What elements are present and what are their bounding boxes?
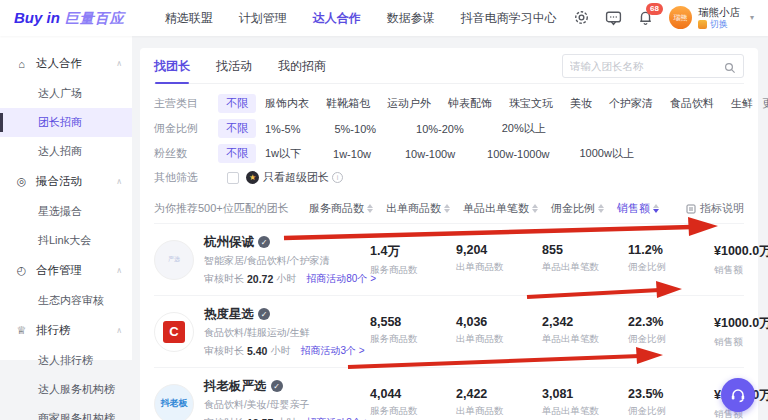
info-icon[interactable]: i [332, 172, 343, 183]
leader-row[interactable]: 抖老板 抖老板严选 ✓ 食品饮料/美妆/母婴亲子 审核时长 12.57 小时 招… [154, 367, 744, 420]
sidebar-group-label: 达人合作 [36, 56, 82, 71]
super-leader-checkbox[interactable] [227, 172, 239, 184]
nav-item-data[interactable]: 数据参谋 [387, 10, 435, 27]
leader-stats: 1.4万服务商品数 9,204出单商品数 855单品出单笔数 11.2%佣金比例… [364, 243, 768, 277]
chevron-down-icon: ▾ [750, 13, 754, 22]
filter-label: 其他筛选 [154, 170, 218, 185]
stat-label: 销售额 [714, 336, 768, 349]
sidebar-item-content-review[interactable]: 生态内容审核 [0, 286, 132, 315]
filter-option[interactable]: 1w-10w [325, 146, 379, 162]
leader-categories: 食品饮料/鞋服运动/生鲜 [204, 326, 364, 340]
filter-option[interactable]: 10w-100w [397, 146, 463, 162]
notification-badge: 68 [646, 3, 663, 15]
filter-option[interactable]: 不限 [218, 144, 256, 163]
leader-info: 抖老板严选 ✓ 食品饮料/美妆/母婴亲子 审核时长 12.57 小时 招商活动8… [204, 378, 364, 420]
filter-option[interactable]: 1000w以上 [571, 144, 641, 163]
filter-option[interactable]: 食品饮料 [662, 94, 722, 113]
filter-option[interactable]: 个护家清 [601, 94, 661, 113]
sidebar-group-coop-manage[interactable]: ◴ 合作管理 ∧ [0, 255, 132, 286]
customer-service-button[interactable] [721, 378, 755, 412]
filter-option[interactable]: 20%以上 [494, 119, 554, 138]
list-header: 为你推荐500+位匹配的团长 服务商品数 出单商品数 单品出单笔数 佣金比例 销… [154, 192, 744, 223]
filter-option[interactable]: 100w-1000w [479, 146, 557, 162]
sidebar-item-talent-rank[interactable]: 达人排行榜 [0, 346, 132, 375]
filter-option[interactable]: 鞋靴箱包 [318, 94, 378, 113]
sidebar-item-talent-recruit[interactable]: 达人招商 [0, 137, 132, 166]
filter-option[interactable]: 钟表配饰 [440, 94, 500, 113]
sidebar-group-rank[interactable]: ♕ 排行榜 ∧ [0, 315, 132, 346]
sidebar-item-talent-plaza[interactable]: 达人广场 [0, 79, 132, 108]
sort-service-products[interactable]: 服务商品数 [309, 201, 373, 216]
cooperation-icon: ◴ [15, 264, 28, 277]
sidebar-item-doulink[interactable]: 抖Link大会 [0, 226, 132, 255]
metric-help-button[interactable]: 指标说明 [686, 201, 744, 216]
filter-option[interactable]: 不限 [218, 119, 256, 138]
leader-categories: 食品饮料/美妆/母婴亲子 [204, 398, 364, 412]
nav-item-learning[interactable]: 抖音电商学习中心 [461, 10, 557, 27]
leader-name[interactable]: 杭州保诚 [204, 234, 254, 251]
filter-row-category: 主营类目 不限 服饰内衣 鞋靴箱包 运动户外 钟表配饰 珠宝文玩 美妆 个护家清… [154, 91, 744, 116]
filter-option[interactable]: 运动户外 [379, 94, 439, 113]
sort-arrows-icon [444, 204, 450, 213]
leader-search-box[interactable] [562, 54, 744, 78]
stat-value: 23.5% [628, 387, 714, 401]
app-logo[interactable]: Buy in 巨量百应 [14, 9, 125, 28]
review-time-label: 审核时长 [204, 272, 244, 286]
filter-option[interactable]: 5%-10% [326, 121, 384, 137]
sidebar-item-talent-agency-rank[interactable]: 达人服务机构榜 [0, 375, 132, 404]
stat-value: 855 [542, 243, 628, 257]
sort-sales[interactable]: 销售额 [617, 201, 659, 216]
leader-name[interactable]: 抖老板严选 [204, 378, 267, 395]
nav-item-talent-coop[interactable]: 达人合作 [313, 10, 361, 27]
filter-option[interactable]: 服饰内衣 [257, 94, 317, 113]
leader-name[interactable]: 热度星选 [204, 306, 254, 323]
more-filters-button[interactable]: 更多 ∨ [762, 96, 768, 111]
filter-option[interactable]: 珠宝文玩 [501, 94, 561, 113]
tab-find-leader[interactable]: 找团长 [154, 48, 190, 84]
filter-option[interactable]: 美妆 [562, 94, 600, 113]
filter-option[interactable]: 不限 [218, 94, 256, 113]
sidebar-group-talent-coop[interactable]: ⌂ 达人合作 ∧ [0, 48, 132, 79]
filter-option[interactable]: 生鲜 [723, 94, 761, 113]
main-nav: 精选联盟 计划管理 达人合作 数据参谋 抖音电商学习中心 [165, 10, 557, 27]
nav-item-plans[interactable]: 计划管理 [239, 10, 287, 27]
search-input[interactable] [570, 60, 724, 72]
recruit-activity-link[interactable]: 招商活动8个 > [306, 416, 370, 420]
sidebar-item-leader-recruit[interactable]: 团长招商 [0, 108, 132, 137]
search-icon [724, 60, 736, 72]
sort-commission[interactable]: 佣金比例 [551, 201, 604, 216]
chevron-up-icon: ∧ [116, 177, 122, 186]
sidebar-item-star-match[interactable]: 星选撮合 [0, 197, 132, 226]
gear-icon[interactable] [573, 9, 590, 26]
sidebar-item-merchant-agency-rank[interactable]: 商家服务机构榜 [0, 404, 132, 420]
verified-badge-icon: ✓ [258, 308, 270, 320]
stat-label: 单品出单笔数 [542, 261, 628, 274]
filter-option[interactable]: 10%-20% [408, 121, 472, 137]
review-hours: 12.57 [247, 417, 273, 420]
sidebar-group-match[interactable]: ◎ 撮合活动 ∧ [0, 166, 132, 197]
stat-value: 4,036 [456, 315, 542, 329]
recommend-title: 为你推荐500+位匹配的团长 [154, 201, 289, 216]
filter-option[interactable]: 1w以下 [257, 144, 309, 163]
user-menu[interactable]: 瑞熊 瑞熊小店 切换 ▾ [669, 6, 754, 29]
bell-icon[interactable]: 68 [637, 9, 654, 26]
leader-row[interactable]: C 热度星选 ✓ 食品饮料/鞋服运动/生鲜 审核时长 5.40 小时 招商活动3… [154, 295, 744, 367]
user-sub[interactable]: 切换 [698, 19, 740, 30]
stat-value: 9,204 [456, 243, 542, 257]
message-icon[interactable] [605, 9, 622, 26]
logo-text-cn: 巨量百应 [65, 10, 125, 28]
sort-order-products[interactable]: 出单商品数 [386, 201, 450, 216]
top-header: Buy in 巨量百应 精选联盟 计划管理 达人合作 数据参谋 抖音电商学习中心 [0, 0, 768, 36]
logo-text-en: Buy in [14, 9, 60, 26]
leader-row[interactable]: 严选 杭州保诚 ✓ 智能家居/食品饮料/个护家清 审核时长 20.72 小时 招… [154, 223, 744, 295]
sidebar-group-label: 撮合活动 [36, 174, 82, 189]
recruit-activity-link[interactable]: 招商活动3个 > [300, 344, 364, 358]
filter-option[interactable]: 1%-5% [257, 121, 308, 137]
tab-find-activity[interactable]: 找活动 [216, 48, 252, 84]
leader-categories: 智能家居/食品饮料/个护家清 [204, 254, 364, 268]
stat-value: 22.3% [628, 315, 714, 329]
nav-item-union[interactable]: 精选联盟 [165, 10, 213, 27]
sort-item-orders[interactable]: 单品出单笔数 [463, 201, 538, 216]
review-unit: 小时 [276, 416, 296, 420]
tab-my-recruit[interactable]: 我的招商 [278, 48, 326, 84]
